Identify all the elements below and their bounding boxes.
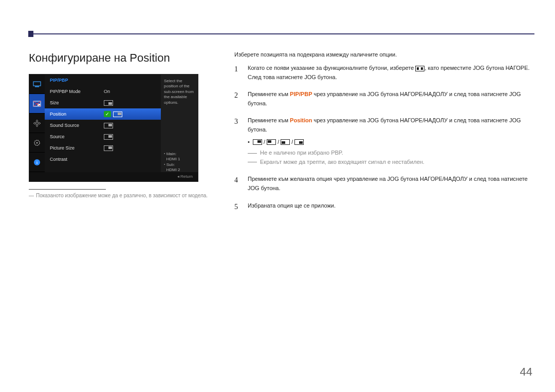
pip-position-icon [281,139,290,145]
osd-footer: ◂ Return [29,172,198,181]
header-rule [29,33,534,34]
osd-screenshot: i PIP/PBP PIP/PBP Mode On Size Position … [29,74,198,182]
sub-note: Не е налично при избрано PBP. [248,148,534,158]
osd-sub-source: ● Sub: HDMI 2 [164,162,195,173]
osd-row-contrast: Contrast [45,154,161,165]
pip-icon [29,94,45,114]
osd-row-mode: PIP/PBP Mode On [45,86,161,97]
osd-menu: PIP/PBP PIP/PBP Mode On Size Position ✓ … [45,74,161,172]
step-number: 2 [234,90,240,108]
osd-label: Sound Source [50,123,104,128]
osd-help-text: Select the position of the sub-screen fr… [164,79,195,105]
info-icon: i [29,153,45,172]
step-3: 3 Преминете към Position чрез управление… [234,116,534,166]
sub-note: Екранът може да трепти, ако входящият си… [248,158,534,167]
check-icon: ✓ [104,111,111,117]
left-column: Конфигуриране на Position i [29,51,219,221]
osd-label: Contrast [50,157,104,162]
monitor-icon [29,74,45,94]
right-column: Изберете позицията на подекрана измежду … [234,51,534,221]
step-number: 5 [234,201,240,213]
osd-value [104,100,156,105]
osd-label: Source [50,134,104,139]
osd-label: Size [50,100,104,105]
step-1: 1 Когато се появи указание за функционал… [234,64,534,82]
page-content: Конфигуриране на Position i [29,51,534,221]
osd-icon-rail: i [29,74,45,172]
intro-text: Изберете позицията на подекрана измежду … [234,51,534,58]
pip-position-icon [294,139,304,145]
osd-row-position: Position ✓ [45,108,161,120]
step-number: 1 [234,64,240,82]
osd-menu-title: PIP/PBP [45,74,161,86]
osd-value [104,122,156,128]
pip-position-icon [267,139,276,145]
step-number: 4 [234,175,240,193]
osd-main-source: ● Main: HDMI 1 [164,152,195,162]
step-number: 3 [234,116,240,166]
pip-position-icon [104,123,113,128]
step-4: 4 Преминете към желаната опция чрез упра… [234,175,534,193]
pip-position-icon [104,100,113,106]
osd-label: Picture Size [50,145,104,151]
pip-position-icon [253,139,262,145]
step-body: Преминете към желаната опция чрез управл… [248,175,534,193]
step-body: Избраната опция ще се приложи. [248,201,534,213]
pip-position-icon [113,111,122,117]
osd-row-source: Source [45,131,161,142]
osd-value: ✓ [104,111,156,117]
page-number: 44 [520,365,532,379]
menu-icon [415,66,424,71]
osd-label: Position [50,111,104,117]
page-title: Конфигуриране на Position [29,51,219,65]
image-disclaimer: ―Показаното изображение може да е различ… [29,193,219,198]
osd-row-sound: Sound Source [45,120,161,131]
osd-value [104,145,156,151]
note-divider [29,189,106,190]
svg-point-7 [36,142,38,143]
osd-side-panel: Select the position of the sub-screen fr… [161,74,198,172]
osd-label: PIP/PBP Mode [50,89,104,94]
step-body: Преминете към Position чрез управление н… [248,116,534,166]
step-5: 5 Избраната опция ще се приложи. [234,201,534,213]
pip-position-icon [104,145,113,151]
step-body: Преминете към PIP/PBP чрез управление на… [248,90,534,108]
osd-value: On [104,89,156,94]
svg-rect-0 [33,82,41,86]
position-options: • / / / [248,138,534,147]
osd-row-size: Size [45,97,161,108]
osd-value [104,134,156,139]
step-2: 2 Преминете към PIP/PBP чрез управление … [234,90,534,108]
pip-position-icon [104,134,113,140]
step-body: Когато се появи указание за функционални… [248,64,534,82]
svg-rect-1 [35,86,39,87]
move-icon [29,114,45,133]
osd-row-picsize: Picture Size [45,142,161,154]
gear-icon [29,133,45,153]
